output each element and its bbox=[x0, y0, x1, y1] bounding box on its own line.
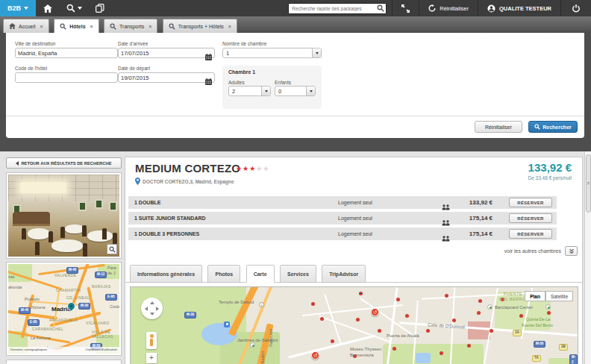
tab-photos[interactable]: Photos bbox=[207, 265, 240, 283]
b2b-menu-button[interactable]: B2B bbox=[0, 0, 36, 16]
hotel-map[interactable]: ↺ ↺ i Templo de Debod Jardines de Sabati… bbox=[130, 286, 578, 364]
vertical-scrollbar[interactable] bbox=[584, 151, 591, 364]
map-plan-button[interactable]: Plan bbox=[525, 291, 545, 301]
star-icon bbox=[249, 165, 256, 172]
back-to-results-button[interactable]: RETOUR AUX RÉSULTATS DE RECHERCHE bbox=[6, 157, 122, 169]
photo-wall-art bbox=[109, 201, 117, 211]
occupancy-icon bbox=[442, 231, 450, 245]
photo-zoom-button[interactable] bbox=[107, 244, 117, 254]
search-button[interactable]: Rechercher bbox=[528, 121, 578, 133]
fullscreen-button[interactable] bbox=[392, 0, 419, 16]
pegman-icon bbox=[150, 334, 154, 338]
photo-table bbox=[87, 230, 113, 242]
book-button[interactable]: RÉSERVER bbox=[509, 213, 552, 223]
map-pan-control[interactable] bbox=[141, 298, 163, 319]
search-form-section: Ville de destination Code de l'hôtel Dat… bbox=[0, 33, 591, 151]
map-zoom-in-button[interactable]: + bbox=[146, 353, 157, 363]
quick-search-input[interactable] bbox=[288, 3, 387, 14]
poi-marker[interactable]: ↺ bbox=[371, 308, 379, 316]
hotel-code-label: Code de l'hôtel bbox=[15, 66, 47, 71]
close-icon[interactable]: × bbox=[40, 24, 43, 29]
refresh-icon bbox=[428, 4, 436, 12]
road-badge: M-30 bbox=[184, 312, 196, 318]
map-satellite-button[interactable]: Satellite bbox=[545, 291, 573, 301]
tab-transports-hotels[interactable]: Transports + Hôtels × bbox=[163, 19, 237, 33]
map-label: ARGANZUELA bbox=[49, 318, 78, 322]
photo-chair bbox=[102, 228, 107, 239]
form-divider bbox=[6, 116, 584, 116]
scrollbar-thumb[interactable] bbox=[586, 154, 591, 213]
room-name: 1 DOUBLE bbox=[134, 196, 160, 209]
departure-date-input[interactable] bbox=[118, 72, 215, 83]
tab-transports[interactable]: Transports × bbox=[104, 19, 157, 33]
poi-marker[interactable]: ↺ bbox=[311, 351, 319, 360]
adults-select[interactable]: 2 bbox=[228, 86, 271, 96]
children-select[interactable]: 0 bbox=[275, 86, 316, 96]
map-label: Calle Bailén bbox=[260, 351, 265, 364]
duplicate-tab-button[interactable] bbox=[88, 0, 112, 16]
arrival-date-input[interactable] bbox=[118, 48, 215, 58]
chevron-down-icon bbox=[78, 7, 82, 10]
children-label: Enfants bbox=[275, 80, 291, 85]
back-to-results-label: RETOUR AUX RÉSULTATS DE RECHERCHE bbox=[21, 161, 111, 166]
tab-label: Transports + Hôtels bbox=[178, 24, 224, 29]
hotel-detail-panel: MEDIUM CORTEZO DOCTOR CORTEZO,3, Madrid,… bbox=[125, 157, 583, 364]
logout-button[interactable] bbox=[560, 0, 591, 16]
tab-accueil[interactable]: Accueil × bbox=[3, 19, 49, 33]
map-label: Museo Thyssen bbox=[350, 347, 381, 351]
map-label: Quinta De La bbox=[526, 317, 550, 321]
user-menu-button[interactable]: QUALITE TESTEUR bbox=[478, 0, 560, 16]
map-terms-link[interactable]: Conditions d'utilisation bbox=[85, 348, 117, 353]
tab-carte[interactable]: Carte bbox=[246, 265, 275, 283]
road-badge: M-30 bbox=[534, 341, 545, 348]
top-bar: B2B Réinitialiser bbox=[0, 0, 591, 16]
pan-down-icon[interactable] bbox=[150, 313, 154, 316]
tab-tripadvisor[interactable]: TripAdvisor bbox=[322, 265, 366, 283]
tab-label: Accueil bbox=[19, 24, 36, 29]
more-rooms-button[interactable] bbox=[565, 246, 578, 256]
search-menu-button[interactable] bbox=[60, 0, 88, 16]
photo-wall-art bbox=[95, 199, 103, 209]
hotel-code-input[interactable] bbox=[15, 72, 118, 83]
search-form-card: Ville de destination Code de l'hôtel Dat… bbox=[6, 33, 584, 138]
tab-label: Transports bbox=[119, 24, 144, 29]
pan-right-icon[interactable] bbox=[156, 307, 159, 311]
map-label: La Fortuna bbox=[31, 336, 51, 340]
room-1-box: Chambre 1 Adultes 2 Enfants 0 bbox=[222, 66, 322, 109]
room-row: 1 SUITE JUNIOR STANDARD Logement seul 17… bbox=[128, 212, 557, 225]
pan-up-icon[interactable] bbox=[150, 301, 154, 304]
tab-services[interactable]: Services bbox=[280, 265, 316, 283]
room-count-select[interactable]: 1 bbox=[222, 48, 322, 58]
hotel-photo[interactable] bbox=[8, 175, 119, 257]
reset-form-button[interactable]: Réinitialiser bbox=[475, 121, 522, 133]
room-price: 175,14 € bbox=[469, 228, 492, 240]
book-button[interactable]: RÉSERVER bbox=[509, 229, 552, 239]
reset-session-button[interactable]: Réinitialiser bbox=[419, 0, 478, 16]
road-badge: E-90 bbox=[105, 294, 117, 301]
book-button[interactable]: RÉSERVER bbox=[509, 198, 552, 207]
room-name: 1 DOUBLE 3 PERSONNES bbox=[134, 228, 199, 240]
info-icon: i bbox=[259, 302, 264, 307]
pegman-control[interactable] bbox=[146, 332, 157, 349]
road-badge: M-40 bbox=[19, 307, 31, 314]
close-icon[interactable]: × bbox=[90, 24, 93, 29]
tab-hotels[interactable]: Hôtels × bbox=[54, 19, 99, 33]
map-label: BARAJAS bbox=[92, 284, 111, 289]
destination-input[interactable] bbox=[15, 48, 118, 58]
map-data-link[interactable]: Données cartographiques bbox=[10, 348, 47, 353]
mini-map[interactable]: zas ahonda Para de J VALVERDE CHAMARTIN … bbox=[8, 264, 119, 354]
road-badge: 1A bbox=[513, 330, 522, 336]
map-label: Coslada bbox=[110, 304, 119, 309]
close-icon[interactable]: × bbox=[148, 24, 151, 29]
room-row: 1 DOUBLE Logement seul 133,92 € RÉSERVER bbox=[128, 196, 557, 209]
close-icon[interactable]: × bbox=[228, 24, 231, 29]
map-label: Bornemisza bbox=[350, 353, 374, 357]
map-label: DEL BERRO bbox=[499, 297, 526, 301]
map-label: Barclaycard Center bbox=[495, 305, 533, 310]
road-badge: M-30 bbox=[78, 303, 90, 310]
tab-informations-generales[interactable]: Informations générales bbox=[130, 265, 202, 283]
home-button[interactable] bbox=[36, 0, 60, 16]
room-board: Logement seul bbox=[338, 212, 372, 225]
pan-left-icon[interactable] bbox=[145, 307, 148, 311]
map-label: CHAMARTIN bbox=[56, 288, 81, 292]
